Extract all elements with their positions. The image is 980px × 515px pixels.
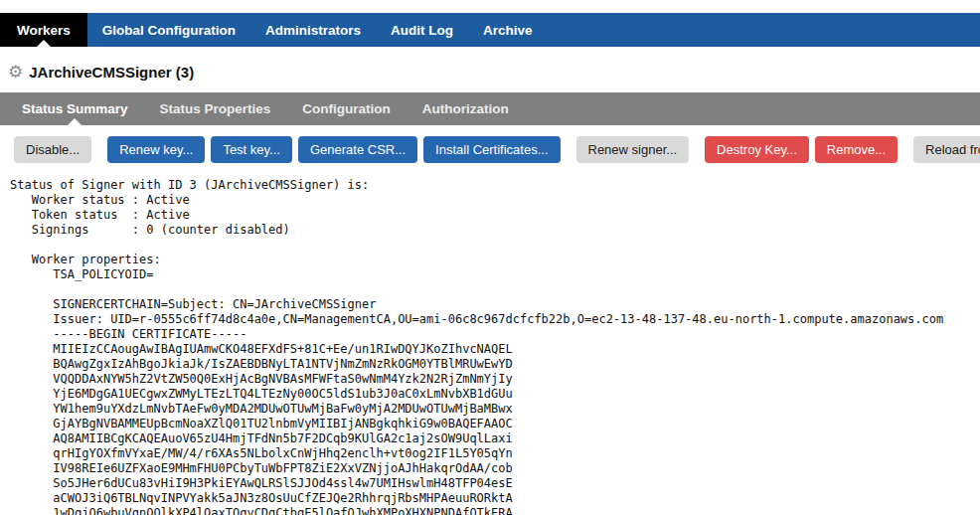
tab-label: Status Summary <box>22 101 128 116</box>
install-certificates-button[interactable]: Install Certificates... <box>423 136 560 163</box>
worker-status-output: Status of Signer with ID 3 (JArchiveCMSS… <box>10 178 980 515</box>
disable-button[interactable]: Disable... <box>14 136 91 163</box>
tab-configuration[interactable]: Configuration <box>286 92 406 125</box>
worker-tabbar: Status Summary Status Properties Configu… <box>0 92 980 125</box>
nav-item-global-configuration[interactable]: Global Configuration <box>87 13 250 47</box>
nav-item-label: Global Configuration <box>102 23 236 38</box>
nav-item-label: Audit Log <box>391 23 453 38</box>
remove-button[interactable]: Remove... <box>815 136 898 163</box>
active-tab-pointer <box>37 40 51 47</box>
page-title: JArchiveCMSSigner (3) <box>29 64 194 81</box>
renew-signer-button[interactable]: Renew signer... <box>576 136 690 163</box>
page-title-row: ⚙ JArchiveCMSSigner (3) <box>8 64 980 81</box>
nav-item-workers[interactable]: Workers <box>0 13 87 47</box>
active-tab-pointer <box>68 118 82 125</box>
tab-status-properties[interactable]: Status Properties <box>144 92 287 125</box>
tab-label: Status Properties <box>160 101 271 116</box>
renew-key-button[interactable]: Renew key... <box>107 136 205 163</box>
main-navbar: Workers Global Configuration Administrat… <box>0 13 980 47</box>
reload-from-database-button[interactable]: Reload from database... <box>913 136 980 163</box>
test-key-button[interactable]: Test key... <box>211 136 292 163</box>
nav-item-archive[interactable]: Archive <box>468 13 548 47</box>
generate-csr-button[interactable]: Generate CSR... <box>298 136 417 163</box>
tab-status-summary[interactable]: Status Summary <box>6 92 144 125</box>
worker-action-toolbar: Disable... Renew key... Test key... Gene… <box>14 136 980 163</box>
tab-label: Authorization <box>422 101 509 116</box>
tab-label: Configuration <box>302 101 390 116</box>
nav-item-label: Archive <box>483 23 533 38</box>
worker-gear-icon: ⚙ <box>8 64 23 81</box>
nav-item-label: Administrators <box>265 23 361 38</box>
nav-item-audit-log[interactable]: Audit Log <box>376 13 468 47</box>
tab-authorization[interactable]: Authorization <box>407 92 525 125</box>
nav-item-label: Workers <box>17 23 71 38</box>
nav-item-administrators[interactable]: Administrators <box>250 13 376 47</box>
destroy-key-button[interactable]: Destroy Key... <box>705 136 809 163</box>
